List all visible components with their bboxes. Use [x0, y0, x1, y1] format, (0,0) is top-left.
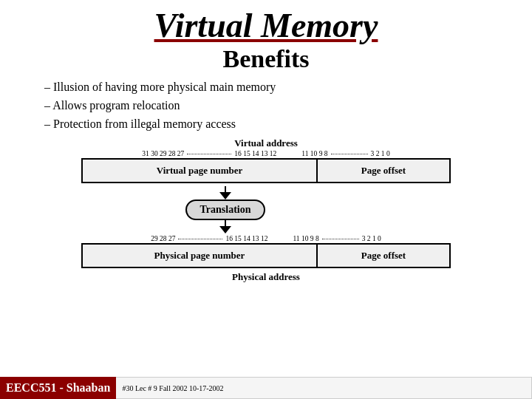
- page-offset-label-1: Page offset: [361, 165, 406, 177]
- va-nums-left: 31 30 29 28 27: [142, 150, 184, 157]
- pa-nums-left: 29 28 27: [151, 235, 175, 242]
- va-dots-2: [331, 154, 368, 154]
- bullet-list: Illusion of having more physical main me…: [37, 78, 510, 133]
- title-block: Virtual Memory Benefits: [22, 7, 510, 72]
- page-offset-box-1: Page offset: [318, 158, 451, 183]
- pa-nums-mid: 16 15 14 13 12: [225, 235, 267, 242]
- page-offset-label-2: Page offset: [361, 250, 406, 262]
- virtual-address-label: Virtual address: [22, 137, 510, 149]
- bullet-1: Illusion of having more physical main me…: [37, 78, 510, 97]
- main-title: Virtual Memory: [22, 7, 510, 45]
- physical-address-label: Physical address: [22, 271, 510, 283]
- va-nums-right: 11 10 9 8: [301, 150, 327, 157]
- vpn-box: Virtual page number: [81, 158, 318, 183]
- bullet-3: Protection from illegal memory access: [37, 115, 510, 134]
- vpn-label: Virtual page number: [157, 165, 243, 177]
- pa-nums-right: 11 10 9 8: [293, 235, 318, 242]
- va-boxes: Virtual page number Page offset: [22, 158, 510, 183]
- pa-dots-2: [322, 239, 359, 239]
- ppn-label: Physical page number: [154, 250, 245, 262]
- translation-pill: Translation: [185, 200, 266, 220]
- va-bit-numbers: 31 30 29 28 27 16 15 14 13 12 11 10 9 8 …: [22, 150, 510, 157]
- subtitle: Benefits: [22, 45, 510, 72]
- pa-nums-far: 3 2 1 0: [362, 235, 381, 242]
- diagram: Virtual address 31 30 29 28 27 16 15 14 …: [22, 137, 510, 283]
- arrow-head-bottom: [219, 226, 231, 233]
- course-box: EECC551 - Shaaban: [0, 377, 116, 399]
- arrow-line-bottom: [225, 220, 226, 226]
- ppn-box: Physical page number: [81, 243, 318, 268]
- bottom-bar: EECC551 - Shaaban #30 Lec # 9 Fall 2002 …: [0, 377, 532, 399]
- bullet-2: Allows program relocation: [37, 97, 510, 115]
- translation-container: Translation: [22, 186, 510, 233]
- page-offset-box-2: Page offset: [318, 243, 451, 268]
- arrow-line-top: [225, 186, 226, 192]
- va-nums-mid: 16 15 14 13 12: [234, 150, 276, 157]
- arrow-up: [219, 186, 231, 200]
- slide: Virtual Memory Benefits Illusion of havi…: [0, 0, 532, 399]
- arrow-head: [219, 192, 231, 200]
- pa-boxes: Physical page number Page offset: [22, 243, 510, 268]
- pa-dots-1: [178, 239, 222, 239]
- pa-bit-numbers: 29 28 27 16 15 14 13 12 11 10 9 8 3 2 1 …: [22, 235, 510, 242]
- course-info: #30 Lec # 9 Fall 2002 10-17-2002: [116, 377, 532, 399]
- va-dots-1: [187, 154, 231, 154]
- va-nums-far: 3 2 1 0: [371, 150, 390, 157]
